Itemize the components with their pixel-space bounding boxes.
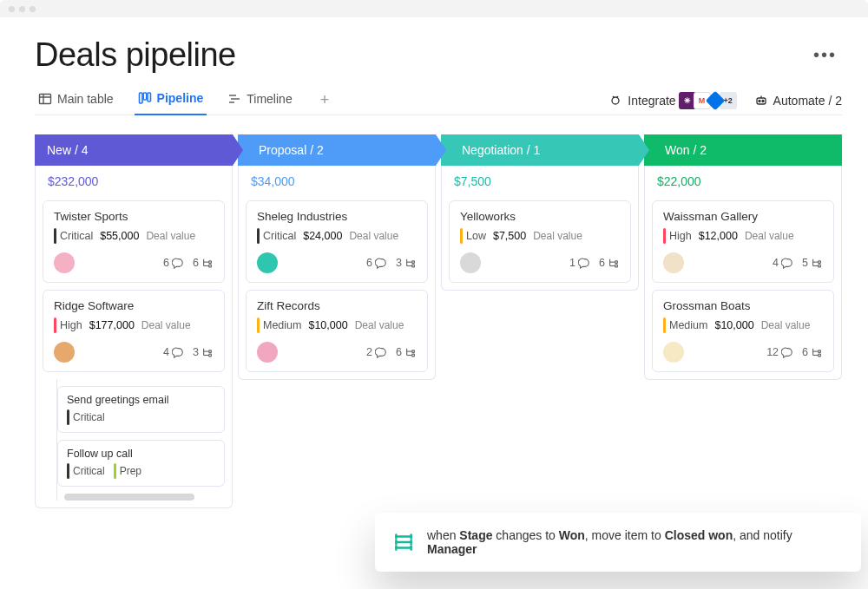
priority-badge: Low [460, 228, 486, 244]
priority-badge: High [54, 317, 82, 333]
deal-value-label: Deal value [146, 230, 195, 242]
integrate-label: Integrate [628, 94, 675, 108]
owner-avatar[interactable] [257, 342, 278, 363]
browser-chrome [0, 0, 868, 17]
deal-card[interactable]: Yelloworks Low $7,500 Deal value 1 6 [449, 200, 631, 283]
automation-recipe-toast[interactable]: when Stage changes to Won, move item to … [375, 513, 861, 572]
svg-rect-25 [209, 354, 212, 357]
priority-badge: Critical [257, 228, 296, 244]
deal-card[interactable]: Zift Records Medium $10,000 Deal value 2… [246, 290, 428, 372]
card-title: Waissman Gallery [663, 210, 823, 223]
subitems-count[interactable]: 6 [396, 346, 417, 358]
more-menu[interactable]: ••• [813, 45, 837, 65]
deal-amount: $12,000 [699, 230, 738, 242]
deal-amount: $10,000 [308, 319, 347, 331]
svg-rect-50 [819, 354, 821, 357]
tag-prep: Prep [114, 463, 141, 479]
tab-main-table[interactable]: Main table [35, 87, 117, 115]
svg-point-14 [762, 100, 764, 101]
subitems-count[interactable]: 3 [396, 257, 417, 269]
robot-icon [754, 94, 768, 108]
column-body: $34,000 Sheleg Industries Critical $24,0… [238, 166, 436, 380]
column-header[interactable]: New / 4 [35, 134, 233, 166]
kanban-icon [138, 91, 152, 105]
comments-count[interactable]: 2 [366, 346, 387, 358]
svg-rect-24 [209, 350, 212, 353]
owner-avatar[interactable] [663, 342, 684, 363]
tab-pipeline[interactable]: Pipeline [135, 86, 207, 115]
comments-count[interactable]: 4 [773, 257, 793, 269]
owner-avatar[interactable] [257, 252, 278, 273]
comments-count[interactable]: 6 [163, 257, 184, 269]
deal-amount: $7,500 [493, 230, 526, 242]
priority-badge: Critical [54, 228, 93, 244]
svg-rect-19 [209, 261, 212, 264]
card-title: Grossman Boats [663, 299, 823, 312]
tag-critical: Critical [67, 409, 105, 425]
svg-point-9 [612, 97, 619, 104]
column-total: $7,500 [442, 166, 638, 197]
deal-value-label: Deal value [761, 319, 811, 331]
deal-amount: $10,000 [714, 319, 753, 331]
column-total: $34,000 [239, 166, 435, 197]
svg-rect-40 [615, 265, 618, 267]
tab-label: Timeline [247, 92, 292, 106]
owner-avatar[interactable] [54, 252, 75, 273]
deal-amount: $24,000 [303, 230, 342, 242]
deal-card[interactable]: Ridge Software High $177,000 Deal value … [43, 290, 225, 372]
svg-rect-30 [412, 265, 415, 267]
deal-card[interactable]: Sheleg Industries Critical $24,000 Deal … [246, 200, 428, 283]
column-total: $232,000 [36, 166, 232, 197]
card-title: Twister Sports [54, 210, 214, 223]
subitems-count[interactable]: 6 [802, 346, 823, 358]
column-header[interactable]: Proposal / 2 [238, 134, 436, 166]
subitem-title: Send greetings email [67, 394, 215, 406]
column-body: $232,000 Twister Sports Critical $55,000… [35, 166, 233, 508]
integrate-button[interactable]: Integrate ✳ M +2 [608, 92, 736, 109]
page-title: Deals pipeline [35, 36, 236, 74]
column-body: $22,000 Waissman Gallery High $12,000 De… [644, 166, 842, 380]
column-header[interactable]: Won / 2 [644, 134, 842, 166]
svg-rect-49 [819, 350, 821, 353]
owner-avatar[interactable] [460, 252, 481, 273]
subitems-count[interactable]: 6 [599, 257, 620, 269]
column-header[interactable]: Negotiation / 1 [441, 134, 639, 166]
subitem-title: Follow up call [67, 448, 215, 460]
owner-avatar[interactable] [663, 252, 684, 273]
plug-icon [608, 94, 622, 108]
subitems-count[interactable]: 5 [802, 257, 823, 269]
subitems-count[interactable]: 6 [193, 257, 214, 269]
svg-rect-39 [615, 261, 618, 264]
deal-card[interactable]: Twister Sports Critical $55,000 Deal val… [43, 200, 225, 283]
add-view-button[interactable]: + [313, 88, 337, 113]
owner-avatar[interactable] [54, 342, 75, 363]
priority-badge: Medium [257, 317, 301, 333]
svg-rect-29 [412, 261, 415, 264]
automation-icon [392, 531, 415, 553]
automate-button[interactable]: Automate / 2 [754, 94, 842, 108]
integration-icons: ✳ M +2 [681, 92, 737, 109]
comments-count[interactable]: 6 [366, 257, 387, 269]
column-body: $7,500 Yelloworks Low $7,500 Deal value … [441, 166, 639, 291]
comments-count[interactable]: 1 [569, 257, 590, 269]
comments-count[interactable]: 4 [163, 346, 184, 358]
deal-value-label: Deal value [141, 319, 191, 331]
automation-text: when Stage changes to Won, move item to … [427, 528, 844, 556]
subitem-card[interactable]: Follow up call CriticalPrep [57, 440, 225, 487]
deal-amount: $55,000 [100, 230, 139, 242]
tab-timeline[interactable]: Timeline [224, 87, 295, 115]
svg-rect-45 [819, 265, 821, 267]
tab-label: Pipeline [157, 91, 204, 105]
svg-rect-4 [143, 93, 147, 100]
deal-value-label: Deal value [349, 230, 398, 242]
deal-card[interactable]: Waissman Gallery High $12,000 Deal value… [652, 200, 834, 283]
svg-rect-0 [40, 94, 51, 103]
deal-card[interactable]: Grossman Boats Medium $10,000 Deal value… [652, 290, 834, 372]
card-title: Ridge Software [54, 299, 214, 312]
svg-rect-5 [148, 93, 151, 101]
horizontal-scrollbar[interactable] [64, 494, 194, 501]
subitems-count[interactable]: 3 [193, 346, 214, 358]
comments-count[interactable]: 12 [766, 346, 793, 358]
subitem-card[interactable]: Send greetings email Critical [57, 386, 225, 433]
priority-badge: High [663, 228, 692, 244]
